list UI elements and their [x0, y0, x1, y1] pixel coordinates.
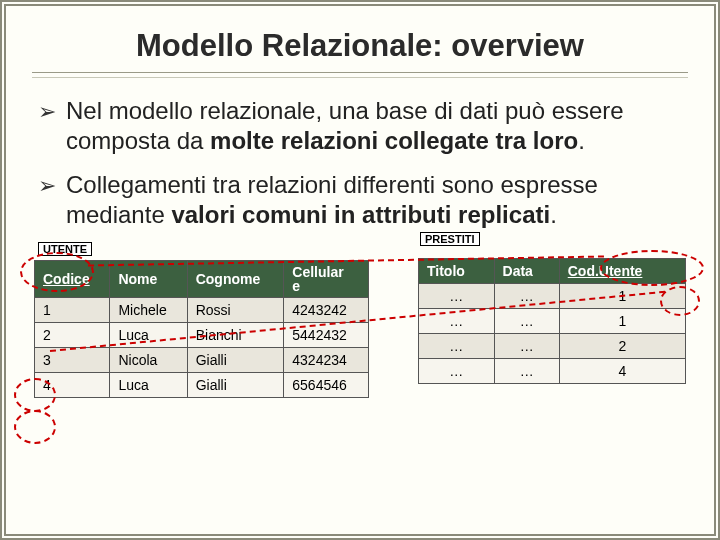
- text: .: [550, 201, 557, 228]
- bullet-text: Nel modello relazionale, una base di dat…: [66, 96, 682, 156]
- page-title: Modello Relazionale: overview: [32, 20, 688, 73]
- col-codice: Codice: [35, 261, 110, 298]
- table-header-row: Titolo Data Cod.Utente: [419, 259, 686, 284]
- col-nome: Nome: [110, 261, 187, 298]
- table-header-row: Codice Nome Cognome Cellular e: [35, 261, 369, 298]
- bullet-item: ➢ Collegamenti tra relazioni differenti …: [38, 170, 682, 230]
- text: .: [578, 127, 585, 154]
- text-bold: molte relazioni collegate tra loro: [210, 127, 578, 154]
- table-utente: Codice Nome Cognome Cellular e 1MicheleR…: [34, 260, 369, 398]
- table-row: 4LucaGialli6564546: [35, 373, 369, 398]
- table-row: 1MicheleRossi4243242: [35, 298, 369, 323]
- callout-ellipse: [14, 410, 56, 444]
- bullet-list: ➢ Nel modello relazionale, una base di d…: [32, 96, 688, 230]
- chevron-right-icon: ➢: [38, 172, 56, 200]
- table-row: 2LucaBianchi5442432: [35, 323, 369, 348]
- col-cellulare: Cellular e: [284, 261, 369, 298]
- table-row: ……4: [419, 359, 686, 384]
- bullet-text: Collegamenti tra relazioni differenti so…: [66, 170, 682, 230]
- col-cognome: Cognome: [187, 261, 284, 298]
- table-row: ……1: [419, 284, 686, 309]
- table-row: 3NicolaGialli4324234: [35, 348, 369, 373]
- divider: [32, 77, 688, 78]
- table-label-utente: UTENTE: [38, 242, 92, 256]
- col-codutente: Cod.Utente: [559, 259, 685, 284]
- slide: Modello Relazionale: overview ➢ Nel mode…: [0, 0, 720, 540]
- table-prestiti: Titolo Data Cod.Utente ……1 ……1 ……2 ……4: [418, 258, 686, 384]
- tables-area: UTENTE PRESTITI Codice Nome Cognome Cell…: [32, 238, 688, 488]
- col-data: Data: [494, 259, 559, 284]
- chevron-right-icon: ➢: [38, 98, 56, 126]
- bullet-item: ➢ Nel modello relazionale, una base di d…: [38, 96, 682, 156]
- table-row: ……2: [419, 334, 686, 359]
- col-titolo: Titolo: [419, 259, 495, 284]
- table-label-prestiti: PRESTITI: [420, 232, 480, 246]
- table-row: ……1: [419, 309, 686, 334]
- text-bold: valori comuni in attributi replicati: [171, 201, 550, 228]
